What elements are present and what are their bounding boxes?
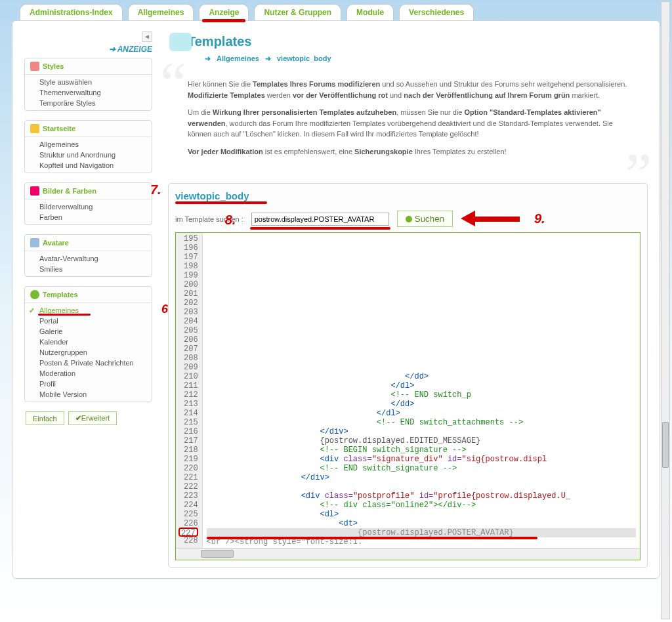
sidebar-item-portal[interactable]: Portal <box>25 316 152 326</box>
tab-nutzer-gruppen[interactable]: Nutzer & Gruppen <box>254 4 341 20</box>
intro-box: “ Hier können Sie die Templates Ihres Fo… <box>168 71 648 171</box>
sidebar-item-avatar-verwaltung[interactable]: Avatar-Verwaltung <box>25 253 152 264</box>
tab-verschiedenes[interactable]: Verschiedenes <box>399 4 474 20</box>
sidebar-item-kalender[interactable]: Kalender <box>25 337 152 347</box>
sidebar-panel-title: Avatare <box>43 239 69 247</box>
plus-icon <box>30 290 39 299</box>
sidebar-item-themenverwaltung[interactable]: Themenverwaltung <box>25 87 152 98</box>
sidebar-item-struktur-und-anordnung[interactable]: Struktur und Anordnung <box>25 150 152 160</box>
breadcrumb-link-2[interactable]: viewtopic_body <box>277 54 331 62</box>
palette-icon <box>30 62 39 71</box>
sidebar-panel-bilder-farben: Bilder & FarbenBilderverwaltungFarben <box>24 182 152 225</box>
editor-h-scrollbar[interactable] <box>176 548 640 560</box>
sidebar-item-bilderverwaltung[interactable]: Bilderverwaltung <box>25 201 152 212</box>
sidebar-item-galerie[interactable]: Galerie <box>25 326 152 337</box>
code-content[interactable]: </dd> </dl> <!-- END switch_p </dd> </dl… <box>203 233 640 548</box>
sidebar-crumb: ➜ ANZEIGE <box>109 45 152 54</box>
template-editor-panel: 7. viewtopic_body im Template suchen : 8… <box>168 183 648 568</box>
sidebar-item-farben[interactable]: Farben <box>25 212 152 222</box>
image-icon <box>30 186 39 196</box>
breadcrumb: ➜ Allgemeines ➜ viewtopic_body <box>168 54 648 63</box>
sidebar-panel-title: Bilder & Farben <box>43 187 96 195</box>
tab-anzeige[interactable]: Anzeige <box>199 4 249 20</box>
top-tabs: Administrations-IndexAllgemeinesAnzeigeN… <box>12 4 660 20</box>
sidebar-prev-button[interactable]: ◄ <box>142 31 152 42</box>
sidebar-item-smilies[interactable]: Smilies <box>25 264 152 274</box>
sidebar-panel-avatare: AvatareAvatar-VerwaltungSmilies <box>24 234 152 277</box>
sidebar-item-mobile-version[interactable]: Mobile Version <box>25 389 152 400</box>
sidebar-item-allgemeines[interactable]: Allgemeines <box>25 139 152 150</box>
quote-left-icon: “ <box>160 54 186 113</box>
bullet-icon <box>406 216 412 222</box>
check-icon: ✔ <box>75 414 81 422</box>
sidebar-item-posten-private-nachrichten[interactable]: Posten & Private Nachrichten <box>25 358 152 368</box>
title-decoration <box>169 33 192 51</box>
annotation-7: 7. <box>150 182 161 197</box>
sidebar-panel-title: Styles <box>43 62 64 70</box>
sidebar-item-style-ausw-hlen[interactable]: Style auswählen <box>25 77 152 87</box>
sidebar-panel-title: Templates <box>43 291 78 299</box>
sidebar-panel-templates: TemplatesAllgemeines6.PortalGalerieKalen… <box>24 286 152 402</box>
avatar-icon <box>30 238 39 247</box>
sidebar-item-kopfteil-und-navigation[interactable]: Kopfteil und Navigation <box>25 160 152 171</box>
editor-title: viewtopic_body <box>175 190 640 201</box>
sidebar-panel-title: Startseite <box>43 125 75 133</box>
tab-administrations-index[interactable]: Administrations-Index <box>20 4 123 20</box>
sidebar-item-profil[interactable]: Profil <box>25 379 152 389</box>
sidebar-panel-styles: StylesStyle auswählenThemenverwaltungTem… <box>24 58 152 111</box>
sidebar-item-nutzergruppen[interactable]: Nutzergruppen <box>25 347 152 358</box>
line-gutter: 1951961971981992002012022032042052062072… <box>176 233 203 548</box>
page-title: Templates <box>168 31 648 49</box>
search-button[interactable]: Suchen <box>397 211 453 227</box>
code-editor[interactable]: 1951961971981992002012022032042052062072… <box>175 232 640 560</box>
sidebar-item-moderation[interactable]: Moderation <box>25 368 152 379</box>
scroll-thumb[interactable] <box>201 550 234 558</box>
world-icon <box>30 124 39 133</box>
page-scrollbar[interactable] <box>661 1 670 619</box>
sidebar-panel-startseite: StartseiteAllgemeinesStruktur und Anordn… <box>24 120 152 173</box>
mode-advanced-button[interactable]: ✔Erweitert <box>68 411 117 425</box>
tab-module[interactable]: Module <box>346 4 394 20</box>
sidebar-item-allgemeines[interactable]: Allgemeines6. <box>25 305 152 316</box>
tab-allgemeines[interactable]: Allgemeines <box>128 4 194 20</box>
annotation-arrow <box>461 213 526 226</box>
breadcrumb-link-1[interactable]: Allgemeines <box>217 54 259 62</box>
sidebar-item-tempor-re-styles[interactable]: Temporäre Styles <box>25 98 152 108</box>
mode-simple-button[interactable]: Einfach <box>26 411 64 425</box>
template-search-input[interactable] <box>251 213 389 226</box>
annotation-8: 8. <box>225 213 236 228</box>
annotation-9: 9. <box>534 211 545 226</box>
scroll-thumb[interactable] <box>662 422 669 468</box>
